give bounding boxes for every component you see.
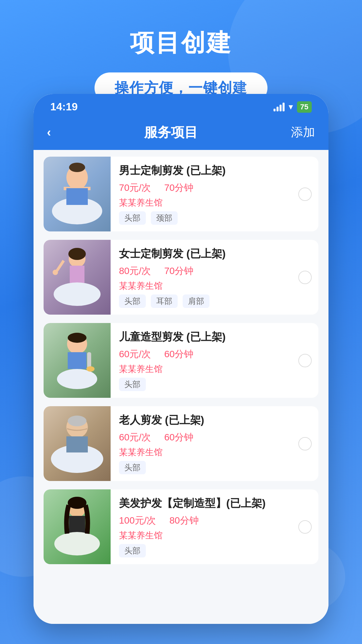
service-price: 60元/次 [119,431,151,444]
nav-bar: ‹ 服务项目 添加 [34,116,328,150]
svg-point-21 [68,416,86,426]
service-tag: 头部 [119,294,146,308]
svg-point-11 [53,270,58,275]
service-figure [44,406,111,481]
service-checkbox[interactable] [298,271,312,284]
service-name: 儿童造型剪发 (已上架) [119,330,312,344]
service-store: 某某养生馆 [119,197,312,209]
svg-point-15 [68,333,86,343]
service-price: 60元/次 [119,348,151,361]
svg-rect-7 [70,266,84,284]
service-tag: 颈部 [151,211,178,225]
service-tag: 头部 [119,544,146,557]
service-card[interactable]: 美发护发【定制造型】(已上架) 100元/次 80分钟 某某养生馆 头部 [44,489,318,564]
service-duration: 60分钟 [164,431,193,444]
service-info: 老人剪发 (已上架) 60元/次 60分钟 某某养生馆 头部 [111,406,318,481]
svg-point-9 [68,248,86,260]
svg-rect-23 [69,516,85,534]
service-image [44,489,111,564]
service-price: 80元/次 [119,265,151,277]
status-icons: ▾ 75 [274,101,312,113]
service-checkbox[interactable] [298,437,312,450]
service-store: 某某养生馆 [119,446,312,458]
service-name: 女士定制剪发 (已上架) [119,247,312,261]
nav-title: 服务项目 [144,123,198,142]
service-meta: 100元/次 80分钟 [119,514,312,527]
svg-point-5 [69,163,85,172]
service-figure [44,489,111,564]
service-image [44,157,111,231]
service-card[interactable]: 男士定制剪发 (已上架) 70元/次 70分钟 某某养生馆 头部颈部 [44,157,318,231]
service-tags: 头部耳部肩部 [119,294,312,308]
service-price: 70元/次 [119,181,151,194]
svg-point-25 [68,497,86,509]
svg-rect-13 [68,352,86,369]
back-button[interactable]: ‹ [47,125,51,140]
service-checkbox[interactable] [298,354,312,367]
service-meta: 70元/次 70分钟 [119,181,312,194]
phone-container: 14:19 ▾ 75 ‹ 服务项目 添加 [34,94,328,624]
service-tag: 头部 [119,378,146,391]
svg-point-17 [86,366,95,372]
service-price: 100元/次 [119,514,156,527]
service-info: 美发护发【定制造型】(已上架) 100元/次 80分钟 某某养生馆 头部 [111,489,318,564]
service-tag: 头部 [119,211,146,225]
service-tags: 头部 [119,461,312,474]
svg-line-10 [57,261,64,271]
service-info: 儿童造型剪发 (已上架) 60元/次 60分钟 某某养生馆 头部 [111,323,318,398]
service-tags: 头部 [119,544,312,557]
service-duration: 70分钟 [164,181,193,194]
svg-rect-3 [66,188,88,205]
service-duration: 60分钟 [164,348,193,361]
battery-indicator: 75 [297,101,312,113]
content-area: 男士定制剪发 (已上架) 70元/次 70分钟 某某养生馆 头部颈部 女士定制剪… [34,150,328,624]
add-button[interactable]: 添加 [291,124,315,141]
svg-point-14 [57,369,97,389]
svg-point-8 [54,282,101,306]
service-meta: 60元/次 60分钟 [119,431,312,444]
service-store: 某某养生馆 [119,363,312,375]
phone-mockup: 14:19 ▾ 75 ‹ 服务项目 添加 [34,94,328,624]
service-image [44,240,111,315]
service-name: 老人剪发 (已上架) [119,413,312,428]
service-tag: 肩部 [183,294,209,308]
service-figure [44,157,111,231]
service-meta: 80元/次 70分钟 [119,265,312,277]
service-store: 某某养生馆 [119,530,312,541]
service-name: 美发护发【定制造型】(已上架) [119,496,312,511]
svg-point-24 [54,532,100,555]
service-tag: 耳部 [151,294,178,308]
service-info: 男士定制剪发 (已上架) 70元/次 70分钟 某某养生馆 头部颈部 [111,157,318,231]
wifi-icon: ▾ [289,102,293,112]
service-store: 某某养生馆 [119,280,312,292]
service-tag: 头部 [119,461,146,474]
service-image [44,406,111,481]
service-image [44,323,111,398]
service-tags: 头部颈部 [119,211,312,225]
svg-rect-20 [66,436,88,452]
service-duration: 80分钟 [170,514,199,527]
service-duration: 70分钟 [164,265,193,277]
service-tags: 头部 [119,378,312,391]
service-card[interactable]: 女士定制剪发 (已上架) 80元/次 70分钟 某某养生馆 头部耳部肩部 [44,240,318,315]
service-figure [44,323,111,398]
service-card[interactable]: 儿童造型剪发 (已上架) 60元/次 60分钟 某某养生馆 头部 [44,323,318,398]
service-checkbox[interactable] [298,187,312,201]
status-time: 14:19 [50,101,78,113]
service-info: 女士定制剪发 (已上架) 80元/次 70分钟 某某养生馆 头部耳部肩部 [111,240,318,315]
service-meta: 60元/次 60分钟 [119,348,312,361]
signal-icon [274,103,285,111]
service-figure [44,240,111,315]
service-checkbox[interactable] [298,520,312,534]
service-name: 男士定制剪发 (已上架) [119,163,312,178]
status-bar: 14:19 ▾ 75 [34,94,328,116]
service-card[interactable]: 老人剪发 (已上架) 60元/次 60分钟 某某养生馆 头部 [44,406,318,481]
